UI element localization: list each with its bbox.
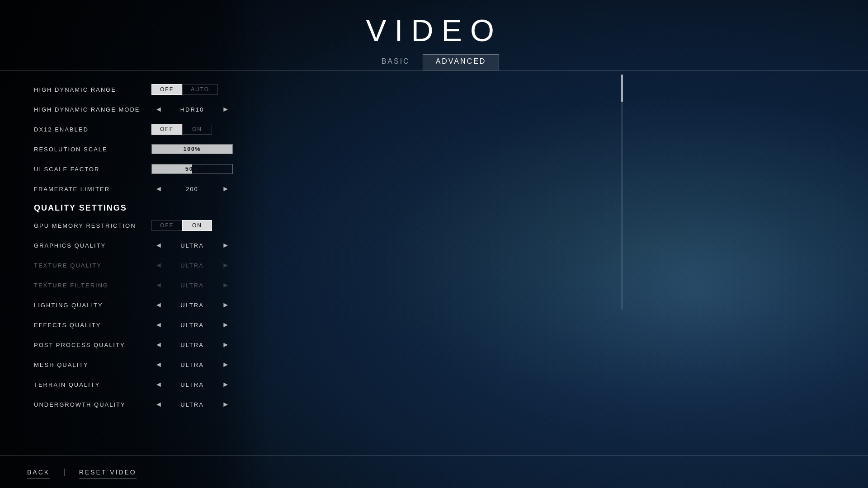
setting-lighting-quality: LIGHTING QUALITY ◄ ULTRA ► (34, 295, 231, 315)
setting-mesh-quality: MESH QUALITY ◄ ULTRA ► (34, 355, 231, 375)
post-process-quality-selector: ◄ ULTRA ► (151, 339, 233, 350)
gpu-memory-on-button[interactable]: ON (182, 220, 212, 231)
post-process-quality-prev-button[interactable]: ◄ (151, 339, 166, 350)
graphics-quality-selector: ◄ ULTRA ► (151, 240, 233, 251)
graphics-quality-label: GRAPHICS QUALITY (34, 242, 151, 249)
gpu-memory-label: GPU MEMORY RESTRICTION (34, 222, 151, 229)
setting-terrain-quality: TERRAIN QUALITY ◄ ULTRA ► (34, 375, 231, 394)
hdr-mode-next-button[interactable]: ► (218, 104, 233, 115)
post-process-quality-control: ◄ ULTRA ► (151, 339, 233, 350)
effects-quality-label: EFFECTS QUALITY (34, 322, 151, 328)
mesh-quality-value: ULTRA (166, 361, 218, 368)
hdr-mode-label: HIGH DYNAMIC RANGE MODE (34, 106, 151, 113)
texture-filtering-prev-button[interactable]: ◄ (151, 280, 166, 291)
lighting-quality-control: ◄ ULTRA ► (151, 300, 233, 310)
setting-dx12: DX12 ENABLED OFF ON (34, 119, 231, 139)
back-button[interactable]: BACK (27, 466, 50, 479)
framerate-limiter-prev-button[interactable]: ◄ (151, 183, 166, 194)
terrain-quality-value: ULTRA (166, 381, 218, 388)
framerate-limiter-label: FRAMERATE LIMITER (34, 186, 151, 192)
setting-hdr: HIGH DYNAMIC RANGE OFF AUTO (34, 80, 231, 99)
dx12-on-button[interactable]: ON (182, 124, 212, 135)
texture-filtering-label: TEXTURE FILTERING (34, 282, 151, 289)
setting-hdr-mode: HIGH DYNAMIC RANGE MODE ◄ HDR10 ► (34, 99, 231, 119)
ui-scale-slider[interactable]: 50% (151, 164, 233, 174)
setting-graphics-quality: GRAPHICS QUALITY ◄ ULTRA ► (34, 235, 231, 255)
undergrowth-quality-prev-button[interactable]: ◄ (151, 399, 166, 410)
effects-quality-control: ◄ ULTRA ► (151, 319, 233, 330)
hdr-mode-value: HDR10 (166, 106, 218, 113)
terrain-quality-selector: ◄ ULTRA ► (151, 379, 233, 390)
resolution-scale-slider[interactable]: 100% (151, 144, 233, 154)
bottom-separator: | (63, 467, 66, 477)
post-process-quality-next-button[interactable]: ► (218, 339, 233, 350)
dx12-control: OFF ON (151, 124, 231, 135)
framerate-limiter-value: 200 (166, 186, 218, 192)
setting-ui-scale: UI SCALE FACTOR 50% (34, 159, 231, 179)
bottom-bar: BACK | RESET VIDEO (0, 455, 868, 488)
lighting-quality-prev-button[interactable]: ◄ (151, 300, 166, 310)
ui-scale-control: 50% (151, 164, 233, 174)
hdr-mode-prev-button[interactable]: ◄ (151, 104, 166, 115)
setting-texture-filtering: TEXTURE FILTERING ◄ ULTRA ► (34, 275, 231, 295)
mesh-quality-next-button[interactable]: ► (218, 359, 233, 370)
dx12-toggle: OFF ON (151, 124, 212, 135)
terrain-quality-next-button[interactable]: ► (218, 379, 233, 390)
texture-filtering-selector: ◄ ULTRA ► (151, 280, 233, 291)
effects-quality-next-button[interactable]: ► (218, 319, 233, 330)
reset-video-button[interactable]: RESET VIDEO (79, 466, 137, 479)
undergrowth-quality-control: ◄ ULTRA ► (151, 399, 233, 410)
texture-quality-prev-button[interactable]: ◄ (151, 260, 166, 271)
header: VIDEO (0, 0, 868, 52)
tab-basic[interactable]: BASIC (369, 55, 423, 70)
dx12-label: DX12 ENABLED (34, 126, 151, 133)
graphics-quality-prev-button[interactable]: ◄ (151, 240, 166, 251)
quality-settings-heading: QUALITY SETTINGS (34, 199, 231, 216)
graphics-quality-control: ◄ ULTRA ► (151, 240, 233, 251)
scrollbar-thumb[interactable] (621, 75, 623, 102)
graphics-quality-value: ULTRA (166, 242, 218, 249)
texture-filtering-control: ◄ ULTRA ► (151, 280, 233, 291)
terrain-quality-control: ◄ ULTRA ► (151, 379, 233, 390)
texture-quality-next-button[interactable]: ► (218, 260, 233, 271)
framerate-limiter-control: ◄ 200 ► (151, 183, 233, 194)
undergrowth-quality-next-button[interactable]: ► (218, 399, 233, 410)
texture-filtering-next-button[interactable]: ► (218, 280, 233, 291)
texture-quality-control: ◄ ULTRA ► (151, 260, 233, 271)
effects-quality-value: ULTRA (166, 322, 218, 328)
lighting-quality-value: ULTRA (166, 302, 218, 309)
resolution-scale-control: 100% (151, 144, 233, 154)
mesh-quality-selector: ◄ ULTRA ► (151, 359, 233, 370)
hdr-mode-selector: ◄ HDR10 ► (151, 104, 233, 115)
gpu-memory-control: OFF ON (151, 220, 231, 231)
hdr-off-button[interactable]: OFF (151, 84, 182, 95)
undergrowth-quality-selector: ◄ ULTRA ► (151, 399, 233, 410)
hdr-auto-button[interactable]: AUTO (182, 84, 218, 95)
framerate-limiter-selector: ◄ 200 ► (151, 183, 233, 194)
gpu-memory-toggle: OFF ON (151, 220, 212, 231)
setting-resolution-scale: RESOLUTION SCALE 100% (34, 139, 231, 159)
gpu-memory-off-button[interactable]: OFF (151, 220, 182, 231)
hdr-toggle: OFF AUTO (151, 84, 218, 95)
mesh-quality-control: ◄ ULTRA ► (151, 359, 233, 370)
framerate-limiter-next-button[interactable]: ► (218, 183, 233, 194)
ui-scale-value: 50% (152, 166, 232, 172)
undergrowth-quality-label: UNDERGROWTH QUALITY (34, 401, 151, 408)
lighting-quality-next-button[interactable]: ► (218, 300, 233, 310)
tab-advanced[interactable]: ADVANCED (423, 54, 500, 70)
scrollbar[interactable] (621, 75, 623, 310)
hdr-label: HIGH DYNAMIC RANGE (34, 86, 151, 93)
terrain-quality-prev-button[interactable]: ◄ (151, 379, 166, 390)
hdr-control: OFF AUTO (151, 84, 231, 95)
terrain-quality-label: TERRAIN QUALITY (34, 381, 151, 388)
post-process-quality-label: POST PROCESS QUALITY (34, 342, 151, 348)
resolution-scale-value: 100% (152, 146, 232, 152)
texture-quality-selector: ◄ ULTRA ► (151, 260, 233, 271)
dx12-off-button[interactable]: OFF (151, 124, 182, 135)
mesh-quality-prev-button[interactable]: ◄ (151, 359, 166, 370)
effects-quality-prev-button[interactable]: ◄ (151, 319, 166, 330)
texture-quality-label: TEXTURE QUALITY (34, 262, 151, 269)
mesh-quality-label: MESH QUALITY (34, 361, 151, 368)
graphics-quality-next-button[interactable]: ► (218, 240, 233, 251)
undergrowth-quality-value: ULTRA (166, 401, 218, 408)
